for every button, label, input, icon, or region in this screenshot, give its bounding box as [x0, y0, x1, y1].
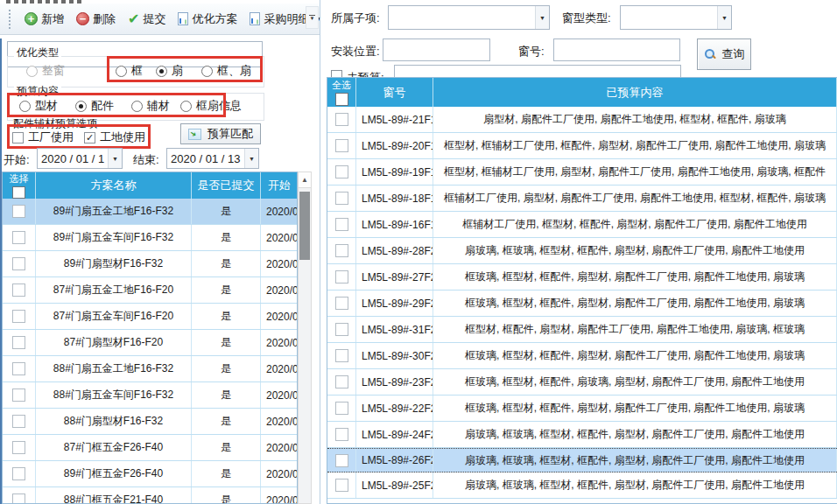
row-checkbox[interactable] — [335, 454, 348, 467]
row-select-cell[interactable] — [3, 487, 36, 504]
row-checkbox[interactable] — [335, 402, 348, 415]
table-row[interactable]: LM5L-89#-18F16框辅材工厂使用, 扇型材, 扇配件工厂使用, 扇配件… — [327, 186, 837, 212]
row-checkbox[interactable] — [335, 165, 348, 178]
table-row[interactable]: 88#门框五金F21-F40是2020/0 — [3, 487, 297, 504]
row-select-cell[interactable] — [327, 449, 356, 472]
row-select-cell[interactable] — [3, 304, 36, 329]
table-row[interactable]: LM5L-89#-19F17框型材, 框辅材工厂使用, 扇型材, 扇配件工厂使用… — [327, 159, 837, 186]
row-select-cell[interactable] — [3, 277, 36, 303]
toolbar-grip[interactable] — [9, 10, 11, 29]
row-select-cell[interactable] — [327, 212, 356, 237]
table-row[interactable]: LM5L-89#-27F25框玻璃, 框型材, 框配件, 扇型材, 扇配件工厂使… — [327, 264, 837, 290]
row-select-cell[interactable] — [3, 461, 36, 486]
radio-budget-content-3[interactable]: 框扇信息 — [180, 98, 242, 114]
row-select-cell[interactable] — [327, 472, 356, 498]
table-row[interactable]: 89#门扇五金车间F16-F32是2020/0 — [3, 225, 297, 251]
date-start-picker[interactable]: 2020 / 01 / 1 ▼ — [37, 148, 123, 169]
window-no-input[interactable] — [553, 38, 680, 61]
table-row[interactable]: LM5L-89#-25F23扇玻璃, 框玻璃, 框型材, 框配件, 扇型材, 扇… — [327, 472, 837, 499]
table-row[interactable]: LM5L-89#-22F20框玻璃, 框型材, 框配件, 扇型材, 扇配件工厂使… — [327, 396, 837, 422]
table-row[interactable]: LM5L-89#-30F28框玻璃, 框型材, 框配件, 扇型材, 扇配件工厂使… — [327, 343, 837, 369]
add-button[interactable]: +新增 — [20, 9, 68, 30]
row-checkbox[interactable] — [12, 362, 25, 375]
radio-budget-content-0[interactable]: 型材 — [19, 98, 58, 114]
row-checkbox[interactable] — [12, 441, 25, 454]
table-row[interactable]: 87#门框五金F26-F40是2020/0 — [3, 435, 297, 461]
select-all-checkbox[interactable] — [12, 186, 25, 199]
row-select-cell[interactable] — [327, 186, 356, 211]
chevron-down-icon[interactable]: ▼ — [535, 6, 549, 29]
row-checkbox[interactable] — [335, 113, 348, 126]
delete-button[interactable]: −删除 — [72, 9, 120, 30]
radio-budget-content-2[interactable]: 辅材 — [131, 98, 170, 114]
row-checkbox[interactable] — [12, 494, 25, 504]
row-select-cell[interactable] — [3, 330, 36, 355]
install-location-input[interactable] — [383, 38, 490, 61]
row-checkbox[interactable] — [335, 323, 348, 336]
table-row[interactable]: 87#门扇型材F16-F20是2020/0 — [3, 330, 297, 356]
table-row[interactable]: 88#门扇型材F16-F32是2020/0 — [3, 409, 297, 435]
row-checkbox[interactable] — [335, 218, 348, 231]
row-select-cell[interactable] — [3, 382, 36, 408]
checkbox-accessory-1[interactable]: ✓工地使用 — [84, 130, 145, 145]
row-select-cell[interactable] — [3, 409, 36, 434]
row-select-cell[interactable] — [327, 396, 356, 421]
chevron-down-icon[interactable]: ▼ — [108, 149, 122, 168]
table-row[interactable]: 87#门扇五金车间F16-F20是2020/0 — [3, 304, 297, 330]
row-select-cell[interactable] — [327, 238, 356, 263]
chevron-down-icon[interactable]: ▼ — [244, 149, 258, 168]
radio-budget-content-1[interactable]: 配件 — [75, 98, 114, 114]
table-row[interactable]: LM5L-89#-29F27框玻璃, 框型材, 框配件, 扇型材, 扇配件工厂使… — [327, 290, 837, 317]
row-checkbox[interactable] — [12, 257, 25, 270]
row-select-cell[interactable] — [3, 356, 36, 382]
table-row[interactable]: LM5L-89#-23F21框玻璃, 框型材, 框配件, 扇玻璃, 扇型材, 扇… — [327, 369, 837, 396]
row-select-cell[interactable] — [327, 343, 356, 368]
select-all-checkbox[interactable] — [335, 93, 348, 106]
row-select-cell[interactable] — [3, 199, 36, 224]
submit-button[interactable]: ✔提交 — [123, 9, 170, 30]
row-checkbox[interactable] — [12, 205, 25, 218]
row-checkbox[interactable] — [12, 388, 25, 402]
optimize-plan-button[interactable]: 优化方案 — [173, 9, 242, 30]
table-row[interactable]: LM5L-89#-26F24扇玻璃, 框玻璃, 框型材, 框配件, 扇型材, 扇… — [327, 448, 837, 472]
row-checkbox[interactable] — [335, 349, 348, 362]
row-select-cell[interactable] — [327, 369, 356, 395]
scrollbar-thumb[interactable] — [299, 192, 310, 260]
radio-optimize-type-0[interactable]: 整窗 — [26, 63, 65, 79]
row-checkbox[interactable] — [335, 139, 348, 152]
table-row[interactable]: LM5L-89#-24F22扇玻璃, 框玻璃, 框型材, 框配件, 扇型材, 扇… — [327, 422, 837, 448]
row-select-cell[interactable] — [327, 107, 356, 132]
table-row[interactable]: LM5L-89#-16F15框辅材工厂使用, 框型材, 框配件, 扇型材, 扇配… — [327, 212, 837, 238]
chevron-down-icon[interactable]: ▼ — [717, 6, 731, 29]
row-checkbox[interactable] — [335, 244, 348, 257]
row-checkbox[interactable] — [335, 479, 348, 492]
table-row[interactable]: LM5L-89#-21F19扇型材, 扇配件工厂使用, 扇配件工地使用, 框型材… — [327, 107, 837, 133]
radio-optimize-type-2[interactable]: 扇 — [156, 63, 183, 79]
sub-item-select[interactable]: ▼ — [388, 5, 550, 30]
row-checkbox[interactable] — [335, 297, 348, 310]
row-select-cell[interactable] — [327, 317, 356, 342]
row-checkbox[interactable] — [335, 270, 348, 284]
row-select-cell[interactable] — [327, 264, 356, 290]
radio-optimize-type-3[interactable]: 框、扇 — [201, 63, 251, 79]
row-checkbox[interactable] — [335, 192, 348, 205]
row-checkbox[interactable] — [12, 231, 25, 244]
table-row[interactable]: 88#门扇五金工地F16-F32是2020/0 — [3, 356, 297, 382]
row-checkbox[interactable] — [12, 467, 25, 480]
date-end-picker[interactable]: 2020 / 01 / 13 ▼ — [166, 148, 259, 169]
plan-table-scrollbar[interactable]: ▲ — [298, 172, 312, 504]
budget-match-button[interactable]: 预算匹配 — [180, 123, 261, 144]
row-checkbox[interactable] — [12, 310, 25, 323]
row-select-cell[interactable] — [3, 435, 36, 460]
table-row[interactable]: LM5L-89#-28F26扇玻璃, 框玻璃, 框型材, 框配件, 扇型材, 扇… — [327, 238, 837, 264]
row-checkbox[interactable] — [335, 375, 348, 388]
table-row[interactable]: 89#门扇五金工地F16-F32是2020/0 — [3, 199, 297, 225]
scroll-up-icon[interactable]: ▲ — [299, 172, 311, 188]
radio-optimize-type-1[interactable]: 框 — [116, 63, 143, 79]
row-checkbox[interactable] — [12, 284, 25, 297]
table-row[interactable]: 87#门扇五金工地F16-F20是2020/0 — [3, 277, 297, 304]
window-type-select[interactable]: ▼ — [620, 5, 732, 30]
row-select-cell[interactable] — [327, 133, 356, 158]
row-checkbox[interactable] — [335, 428, 348, 441]
table-row[interactable]: 89#门扇型材F16-F32是2020/0 — [3, 251, 297, 277]
